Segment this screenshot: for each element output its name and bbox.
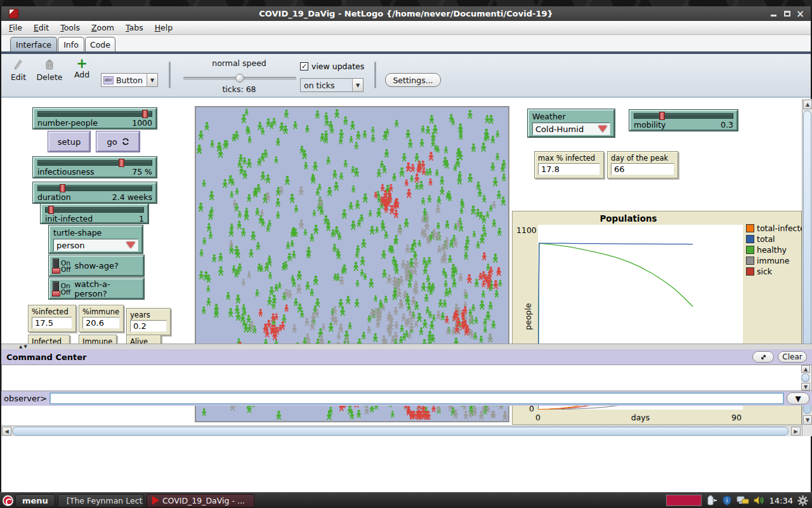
menu-tabs[interactable]: Tabs	[126, 23, 143, 32]
slider-handle[interactable]	[60, 184, 65, 192]
observer-prompt: observer>	[4, 394, 47, 403]
go-button[interactable]: go	[96, 131, 140, 152]
view-updates-checkbox[interactable]: ✓	[300, 62, 308, 70]
output-scroll-thumb[interactable]	[801, 373, 809, 382]
scroll-down-arrow[interactable]: ▼	[801, 383, 810, 391]
switch-knob[interactable]	[52, 268, 60, 274]
chooser-turtle-shape[interactable]: turtle-shape person	[49, 225, 143, 253]
slider-value: 0.3	[721, 120, 733, 130]
slider-track[interactable]	[634, 113, 733, 119]
command-input[interactable]	[49, 392, 784, 404]
task-button-browser[interactable]: [The Feynman Lect...	[58, 494, 144, 507]
scroll-down-arrow[interactable]: ▼	[803, 415, 812, 425]
slider-handle[interactable]	[142, 110, 148, 118]
switch-watch-a-person[interactable]: OnOff watch-a-person?	[49, 278, 144, 299]
command-history-dropdown[interactable]: ▼	[787, 392, 809, 404]
switch-track[interactable]	[53, 258, 59, 274]
slider-track[interactable]	[37, 185, 152, 191]
speed-slider-thumb[interactable]	[235, 74, 244, 83]
legend-item: immune	[746, 255, 804, 266]
scroll-up-arrow[interactable]: ▲	[801, 365, 810, 373]
tab-info[interactable]: Info	[58, 37, 84, 51]
monitor-value: 17.8	[538, 163, 600, 175]
pencil-icon	[13, 59, 23, 70]
chooser-weather[interactable]: Weather Cold-Humid	[528, 109, 615, 137]
menu-edit[interactable]: Edit	[34, 23, 49, 32]
close-button[interactable]: ×	[795, 9, 806, 18]
edit-widget-button[interactable]: Edit	[8, 59, 29, 82]
menu-help[interactable]: Help	[155, 23, 173, 32]
slider-number-people[interactable]: number-people1000	[33, 108, 157, 129]
tab-bar: Interface Info Code	[1, 35, 811, 51]
tab-code[interactable]: Code	[85, 37, 115, 51]
slider-handle[interactable]	[119, 159, 124, 167]
monitor-years: years 0.2	[126, 308, 171, 335]
switch-track[interactable]	[53, 281, 59, 297]
horizontal-scrollbar[interactable]: ◀ ▶	[1, 425, 802, 436]
widget-type-dropdown[interactable]: abc Button ▼	[101, 73, 158, 87]
menu-tools[interactable]: Tools	[60, 23, 80, 32]
settings-button[interactable]: Settings...	[385, 73, 441, 87]
slider-infectiousness[interactable]: infectiousness75 %	[33, 157, 157, 178]
slider-track[interactable]	[45, 207, 144, 213]
menu-file[interactable]: File	[9, 23, 22, 32]
battery-icon[interactable]	[706, 495, 717, 505]
monitor-label: %immune	[82, 307, 120, 316]
scroll-left-arrow[interactable]: ◀	[2, 427, 11, 436]
plot-title: Populations	[513, 213, 744, 224]
slider-mobility[interactable]: mobility0.3	[629, 110, 738, 131]
chooser-value-box[interactable]: person	[53, 239, 138, 251]
taskbar: menu [The Feynman Lect... COVID_19_DaVig…	[0, 492, 812, 508]
settings-gear-icon[interactable]	[797, 495, 808, 506]
chooser-label: Weather	[532, 112, 610, 121]
update-mode-dropdown[interactable]: on ticks ▼	[300, 78, 363, 92]
slider-handle[interactable]	[659, 112, 665, 120]
switch-on-label: On	[61, 260, 71, 266]
slider-track[interactable]	[37, 160, 152, 166]
output-scrollbar[interactable]: ▲ ▼	[801, 365, 811, 391]
switch-show-age[interactable]: OnOff show-age?	[49, 255, 144, 276]
keyboard-layout-indicator[interactable]	[666, 495, 702, 506]
widget-type-value: Button	[116, 76, 143, 85]
slider-value: 75 %	[132, 167, 152, 177]
slider-handle[interactable]	[48, 206, 54, 214]
task-button-label: COVID_19_DaVig - ...	[162, 496, 245, 505]
command-center-output[interactable]: ▲ ▼	[1, 364, 812, 391]
splitter-arrows-icon[interactable]: ▲ ▼	[19, 344, 27, 349]
clear-button[interactable]: Clear	[778, 351, 807, 363]
task-button-netlogo[interactable]: COVID_19_DaVig - ...	[147, 494, 254, 507]
legend-item: sick	[746, 266, 804, 277]
chooser-value-box[interactable]: Cold-Humid	[532, 123, 610, 135]
interface-toolbar: Edit Delete + Add abc Button ▼ normal sp…	[1, 54, 811, 98]
update-shield-icon[interactable]: i	[722, 495, 732, 505]
setup-button[interactable]: setup	[48, 131, 90, 152]
command-center-expand-button[interactable]	[752, 351, 774, 363]
maximize-button[interactable]	[782, 9, 792, 18]
slider-duration[interactable]: duration2.4 weeks	[33, 182, 157, 203]
legend-swatch	[746, 235, 754, 243]
scroll-up-arrow[interactable]: ▲	[803, 100, 812, 109]
switch-knob[interactable]	[52, 291, 60, 297]
scroll-right-arrow[interactable]: ▶	[791, 427, 801, 436]
legend-label: total	[757, 234, 775, 244]
delete-widget-button[interactable]: Delete	[34, 59, 65, 82]
monitor-pct-immune: %immune 20.6	[79, 305, 124, 332]
slider-label: mobility	[634, 120, 665, 130]
network-icon[interactable]	[737, 495, 749, 505]
menu-zoom[interactable]: Zoom	[91, 23, 114, 32]
forever-icon	[122, 138, 129, 145]
minimize-button[interactable]	[768, 9, 779, 18]
trash-icon	[45, 59, 54, 70]
speed-slider[interactable]	[183, 77, 296, 80]
slider-init-infected[interactable]: init-infected1	[41, 204, 148, 224]
command-center-title: Command Center	[6, 352, 86, 362]
tab-interface[interactable]: Interface	[10, 37, 57, 51]
taskbar-clock[interactable]: 14:34	[769, 496, 793, 505]
horizontal-scroll-thumb[interactable]	[12, 427, 789, 436]
add-widget-button[interactable]: + Add	[70, 58, 94, 79]
volume-icon[interactable]	[754, 495, 765, 505]
taskbar-menu-button[interactable]: menu	[15, 494, 55, 507]
chooser-value: person	[56, 241, 85, 250]
slider-track[interactable]	[37, 111, 152, 117]
command-center-splitter[interactable]: ▲ ▼	[1, 344, 812, 349]
